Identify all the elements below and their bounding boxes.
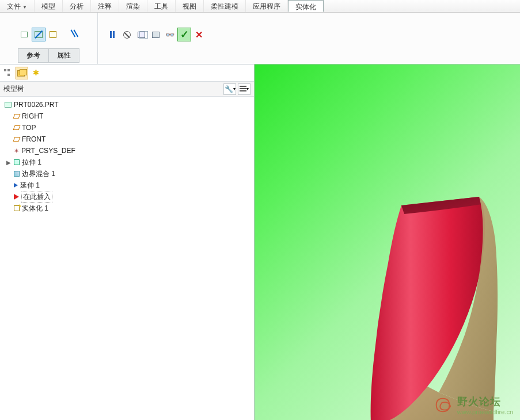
tree-icon	[4, 69, 12, 77]
plane-icon	[13, 125, 21, 130]
quilt-button[interactable]	[46, 28, 60, 41]
box-icon	[152, 32, 160, 38]
tree-item-insert[interactable]: 在此插入	[1, 191, 253, 203]
tree-item-solidify[interactable]: 实体化 1	[1, 203, 253, 214]
csys-icon: ✶	[14, 147, 19, 155]
x-icon: ✕	[195, 29, 203, 40]
quilt-icon	[50, 31, 56, 38]
nosign-icon	[123, 31, 131, 39]
cancel-button[interactable]: ✕	[192, 28, 206, 41]
model-tree: PRT0026.PRT RIGHT TOP FRONT ✶PRT_CSYS_DE…	[0, 97, 254, 420]
chevron-down-icon: ▼	[22, 5, 27, 10]
check-icon: ✓	[180, 28, 189, 41]
folders-icon	[17, 69, 26, 77]
viewport-3d[interactable]: 野火论坛 www.proewildfire.cn	[255, 64, 520, 420]
list-icon	[240, 86, 246, 92]
fill-button[interactable]	[17, 28, 31, 41]
tree-item-right[interactable]: RIGHT	[1, 110, 253, 122]
nosign-button[interactable]	[120, 28, 134, 41]
star-icon: ✱	[33, 68, 39, 77]
menu-tools[interactable]: 工具	[147, 0, 176, 12]
pause-icon	[110, 31, 115, 38]
sidebar: ✱ 模型树 🔧▾ ▾ PRT0026.PRT RIGHT TOP FRONT ✶…	[0, 64, 255, 420]
cut-button[interactable]	[32, 28, 45, 41]
menu-file[interactable]: 文件▼	[0, 0, 35, 12]
sidebar-toolbar: ✱	[0, 64, 254, 82]
model-shape	[347, 194, 502, 420]
tree-settings-button[interactable]: 🔧▾	[223, 83, 236, 95]
sidebar-title: 模型树	[3, 84, 222, 94]
expand-icon[interactable]: ▶	[6, 159, 12, 166]
watermark-title: 野火论坛	[457, 395, 513, 408]
menu-solidify[interactable]: 实体化	[288, 0, 324, 12]
ok-button[interactable]: ✓	[177, 28, 191, 41]
preview-button[interactable]: 👓	[163, 28, 177, 41]
blend-icon	[14, 171, 20, 177]
menu-render[interactable]: 渲染	[119, 0, 147, 12]
tree-item-extrude[interactable]: ▶拉伸 1	[1, 156, 253, 168]
tree-item-front[interactable]: FRONT	[1, 133, 253, 145]
menu-model[interactable]: 模型	[35, 0, 63, 12]
menu-annotate[interactable]: 注释	[91, 0, 119, 12]
plane-icon	[13, 114, 21, 119]
extend-icon	[14, 183, 18, 188]
geom-button[interactable]	[134, 28, 148, 41]
tree-item-blend[interactable]: 边界混合 1	[1, 168, 253, 180]
ribbon-tab-props[interactable]: 属性	[49, 48, 79, 63]
watermark-url: www.proewildfire.cn	[457, 408, 513, 415]
tree-item-csys[interactable]: ✶PRT_CSYS_DEF	[1, 145, 253, 156]
verify-button[interactable]	[149, 28, 162, 41]
direction-button[interactable]	[67, 28, 81, 41]
main-menubar: 文件▼ 模型 分析 注释 渲染 工具 视图 柔性建模 应用程序 实体化	[0, 0, 520, 13]
ribbon-tab-refs[interactable]: 参考	[18, 48, 49, 63]
glasses-icon: 👓	[165, 30, 174, 39]
favorites-button[interactable]: ✱	[29, 67, 42, 79]
menu-flex[interactable]: 柔性建模	[204, 0, 246, 12]
tool-icon: 🔧	[225, 85, 233, 93]
part-icon	[5, 102, 12, 108]
menu-analysis[interactable]: 分析	[63, 0, 91, 12]
menu-view[interactable]: 视图	[176, 0, 204, 12]
arrow-right-icon	[14, 194, 19, 200]
slash-icon	[69, 30, 78, 39]
tree-view-button[interactable]	[2, 67, 14, 79]
tree-display-button[interactable]: ▾	[238, 83, 250, 95]
solidify-icon	[14, 205, 20, 211]
extrude-icon	[14, 159, 20, 165]
tree-item-extend[interactable]: 延伸 1	[1, 180, 253, 191]
sidebar-header: 模型树 🔧▾ ▾	[0, 82, 254, 97]
pause-button[interactable]	[105, 28, 119, 41]
ribbon: 参考 属性 👓 ✓ ✕	[0, 13, 520, 64]
main-area: ✱ 模型树 🔧▾ ▾ PRT0026.PRT RIGHT TOP FRONT ✶…	[0, 64, 520, 420]
tree-root[interactable]: PRT0026.PRT	[1, 99, 253, 110]
watermark-logo-icon	[432, 395, 454, 415]
watermark: 野火论坛 www.proewildfire.cn	[432, 395, 513, 415]
tree-item-top[interactable]: TOP	[1, 122, 253, 133]
folder-view-button[interactable]	[16, 67, 28, 79]
rectangle-icon	[21, 32, 28, 37]
menu-apps[interactable]: 应用程序	[246, 0, 288, 12]
boxes-icon	[138, 32, 145, 38]
plane-icon	[13, 137, 21, 142]
rect-slash-icon	[35, 30, 43, 39]
